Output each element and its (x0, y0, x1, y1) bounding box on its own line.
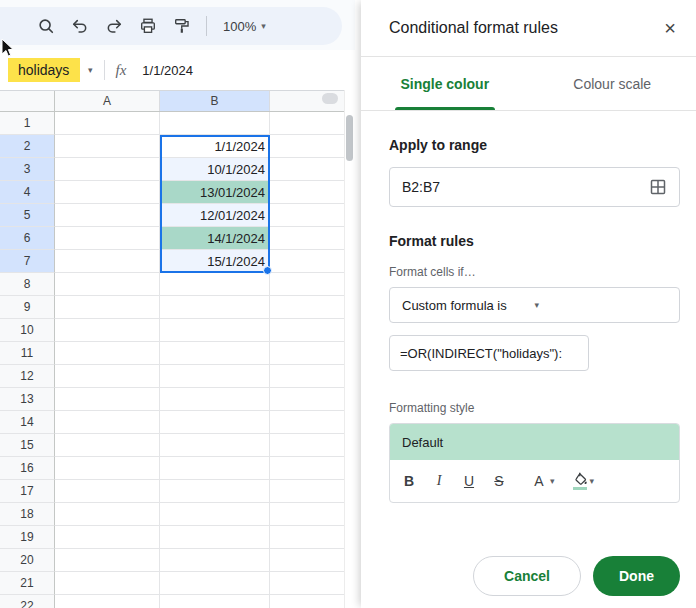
done-button[interactable]: Done (593, 556, 680, 596)
cell-offscreen-13[interactable] (270, 388, 345, 411)
cell-offscreen-21[interactable] (270, 572, 345, 595)
cell-A9[interactable] (55, 296, 160, 319)
undo-icon[interactable] (66, 12, 94, 40)
row-header-8[interactable]: 8 (0, 273, 55, 296)
column-header-B[interactable]: B (160, 91, 270, 111)
cell-offscreen-7[interactable] (270, 250, 345, 273)
row-header-16[interactable]: 16 (0, 457, 55, 480)
cell-offscreen-15[interactable] (270, 434, 345, 457)
custom-formula-input[interactable]: =OR(INDIRECT("holidays"): (389, 335, 589, 371)
cell-A13[interactable] (55, 388, 160, 411)
cell-B1[interactable] (160, 112, 270, 135)
cell-offscreen-1[interactable] (270, 112, 345, 135)
row-header-6[interactable]: 6 (0, 227, 55, 250)
strikethrough-button[interactable]: S (486, 467, 512, 495)
range-input[interactable]: B2:B7 (389, 167, 680, 207)
row-header-1[interactable]: 1 (0, 112, 55, 135)
row-header-14[interactable]: 14 (0, 411, 55, 434)
cell-B18[interactable] (160, 503, 270, 526)
paint-format-icon[interactable] (168, 12, 196, 40)
vertical-scrollbar[interactable] (344, 90, 354, 608)
cell-B5[interactable]: 12/01/2024 (160, 204, 270, 227)
cell-B15[interactable] (160, 434, 270, 457)
cell-offscreen-4[interactable] (270, 181, 345, 204)
cell-A7[interactable] (55, 250, 160, 273)
row-header-11[interactable]: 11 (0, 342, 55, 365)
cell-B20[interactable] (160, 549, 270, 572)
row-header-21[interactable]: 21 (0, 572, 55, 595)
cell-A6[interactable] (55, 227, 160, 250)
cell-offscreen-22[interactable] (270, 595, 345, 608)
cell-A3[interactable] (55, 158, 160, 181)
row-header-4[interactable]: 4 (0, 181, 55, 204)
cell-A22[interactable] (55, 595, 160, 608)
cell-B14[interactable] (160, 411, 270, 434)
scrollbar-thumb[interactable] (346, 115, 353, 161)
close-icon[interactable]: × (658, 16, 682, 40)
name-box[interactable]: holidays (8, 58, 80, 82)
select-all-corner[interactable] (0, 91, 55, 111)
name-box-dropdown-icon[interactable]: ▾ (88, 66, 93, 75)
row-header-13[interactable]: 13 (0, 388, 55, 411)
cell-offscreen-16[interactable] (270, 457, 345, 480)
cell-B19[interactable] (160, 526, 270, 549)
cell-B8[interactable] (160, 273, 270, 296)
cell-A4[interactable] (55, 181, 160, 204)
row-header-5[interactable]: 5 (0, 204, 55, 227)
cell-offscreen-19[interactable] (270, 526, 345, 549)
row-header-15[interactable]: 15 (0, 434, 55, 457)
cell-offscreen-5[interactable] (270, 204, 345, 227)
row-header-2[interactable]: 2 (0, 135, 55, 158)
cell-B22[interactable] (160, 595, 270, 608)
cell-A5[interactable] (55, 204, 160, 227)
cell-A20[interactable] (55, 549, 160, 572)
cell-B9[interactable] (160, 296, 270, 319)
cell-B13[interactable] (160, 388, 270, 411)
cell-B3[interactable]: 10/1/2024 (160, 158, 270, 181)
cell-offscreen-18[interactable] (270, 503, 345, 526)
fill-color-button[interactable]: ▾ (573, 472, 595, 490)
cell-B6[interactable]: 14/1/2024 (160, 227, 270, 250)
cell-B11[interactable] (160, 342, 270, 365)
cell-offscreen-3[interactable] (270, 158, 345, 181)
cell-offscreen-11[interactable] (270, 342, 345, 365)
cell-offscreen-8[interactable] (270, 273, 345, 296)
cell-B7[interactable]: 15/1/2024 (160, 250, 270, 273)
cell-offscreen-20[interactable] (270, 549, 345, 572)
row-header-3[interactable]: 3 (0, 158, 55, 181)
cell-B10[interactable] (160, 319, 270, 342)
select-range-grid-icon[interactable] (649, 178, 667, 196)
cell-offscreen-17[interactable] (270, 480, 345, 503)
cell-A2[interactable] (55, 135, 160, 158)
print-icon[interactable] (134, 12, 162, 40)
cell-B16[interactable] (160, 457, 270, 480)
search-icon[interactable] (32, 12, 60, 40)
cell-A16[interactable] (55, 457, 160, 480)
column-header-A[interactable]: A (55, 91, 160, 111)
text-color-button[interactable]: A ▾ (530, 467, 555, 495)
cell-B2[interactable]: 1/1/2024 (160, 135, 270, 158)
condition-dropdown[interactable]: Custom formula is ▾ (389, 287, 680, 323)
cell-A14[interactable] (55, 411, 160, 434)
cell-A1[interactable] (55, 112, 160, 135)
row-header-7[interactable]: 7 (0, 250, 55, 273)
cell-offscreen-10[interactable] (270, 319, 345, 342)
cell-A12[interactable] (55, 365, 160, 388)
cell-A21[interactable] (55, 572, 160, 595)
cell-offscreen-14[interactable] (270, 411, 345, 434)
cell-offscreen-12[interactable] (270, 365, 345, 388)
cell-A8[interactable] (55, 273, 160, 296)
row-header-20[interactable]: 20 (0, 549, 55, 572)
cell-B12[interactable] (160, 365, 270, 388)
cell-offscreen-9[interactable] (270, 296, 345, 319)
row-header-18[interactable]: 18 (0, 503, 55, 526)
italic-button[interactable]: I (426, 467, 452, 495)
cell-B4[interactable]: 13/01/2024 (160, 181, 270, 204)
row-header-22[interactable]: 22 (0, 595, 55, 608)
cell-A11[interactable] (55, 342, 160, 365)
cell-B17[interactable] (160, 480, 270, 503)
underline-button[interactable]: U (456, 467, 482, 495)
tab-single-colour[interactable]: Single colour (361, 57, 529, 110)
row-header-17[interactable]: 17 (0, 480, 55, 503)
row-header-12[interactable]: 12 (0, 365, 55, 388)
